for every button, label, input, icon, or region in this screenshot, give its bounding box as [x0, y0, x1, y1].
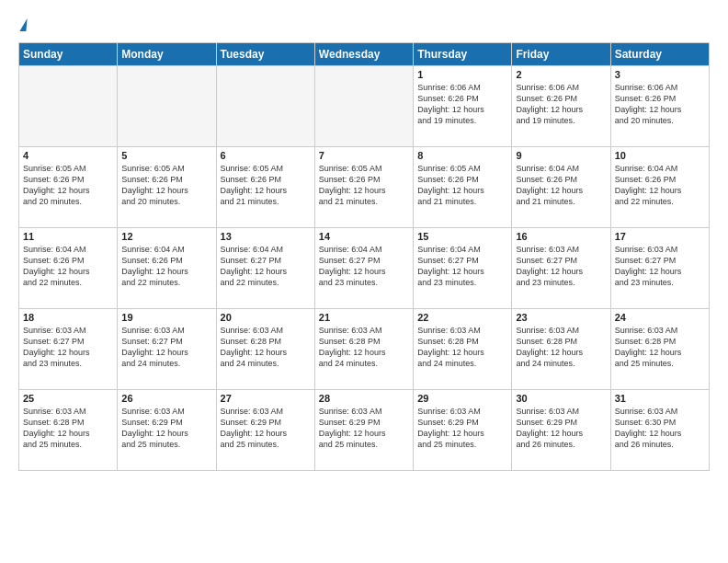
day-number: 28	[319, 393, 409, 404]
calendar-cell: 22Sunrise: 6:03 AM Sunset: 6:28 PM Dayli…	[414, 309, 512, 390]
calendar-header-tuesday: Tuesday	[216, 43, 314, 66]
day-info: Sunrise: 6:03 AM Sunset: 6:27 PM Dayligh…	[615, 244, 705, 289]
day-info: Sunrise: 6:04 AM Sunset: 6:26 PM Dayligh…	[516, 163, 606, 208]
day-info: Sunrise: 6:03 AM Sunset: 6:27 PM Dayligh…	[516, 244, 606, 289]
calendar-week-row: 18Sunrise: 6:03 AM Sunset: 6:27 PM Dayli…	[19, 309, 710, 390]
day-info: Sunrise: 6:04 AM Sunset: 6:26 PM Dayligh…	[121, 244, 211, 289]
calendar-week-row: 1Sunrise: 6:06 AM Sunset: 6:26 PM Daylig…	[19, 66, 710, 147]
calendar-cell: 29Sunrise: 6:03 AM Sunset: 6:29 PM Dayli…	[414, 390, 512, 471]
day-info: Sunrise: 6:03 AM Sunset: 6:29 PM Dayligh…	[221, 406, 311, 451]
day-info: Sunrise: 6:03 AM Sunset: 6:29 PM Dayligh…	[319, 406, 409, 451]
day-info: Sunrise: 6:05 AM Sunset: 6:26 PM Dayligh…	[319, 163, 409, 208]
logo-text	[18, 18, 27, 31]
day-number: 8	[417, 150, 507, 161]
calendar-cell: 20Sunrise: 6:03 AM Sunset: 6:28 PM Dayli…	[216, 309, 314, 390]
day-number: 5	[121, 150, 211, 161]
calendar-cell: 7Sunrise: 6:05 AM Sunset: 6:26 PM Daylig…	[314, 147, 413, 228]
calendar-cell	[314, 66, 413, 147]
day-number: 14	[319, 231, 409, 242]
calendar-cell: 15Sunrise: 6:04 AM Sunset: 6:27 PM Dayli…	[414, 228, 512, 309]
day-info: Sunrise: 6:03 AM Sunset: 6:28 PM Dayligh…	[516, 325, 606, 370]
calendar-header-wednesday: Wednesday	[314, 43, 413, 66]
calendar-cell: 14Sunrise: 6:04 AM Sunset: 6:27 PM Dayli…	[314, 228, 413, 309]
day-number: 16	[516, 231, 606, 242]
day-number: 18	[23, 312, 113, 323]
day-number: 19	[121, 312, 211, 323]
calendar-cell: 11Sunrise: 6:04 AM Sunset: 6:26 PM Dayli…	[19, 228, 118, 309]
day-info: Sunrise: 6:03 AM Sunset: 6:29 PM Dayligh…	[121, 406, 211, 451]
day-number: 4	[23, 150, 113, 161]
day-info: Sunrise: 6:03 AM Sunset: 6:28 PM Dayligh…	[319, 325, 409, 370]
day-info: Sunrise: 6:03 AM Sunset: 6:28 PM Dayligh…	[417, 325, 507, 370]
calendar-cell: 31Sunrise: 6:03 AM Sunset: 6:30 PM Dayli…	[610, 390, 709, 471]
day-number: 1	[417, 69, 507, 80]
day-info: Sunrise: 6:04 AM Sunset: 6:27 PM Dayligh…	[319, 244, 409, 289]
day-info: Sunrise: 6:04 AM Sunset: 6:26 PM Dayligh…	[23, 244, 113, 289]
day-number: 23	[516, 312, 606, 323]
day-info: Sunrise: 6:03 AM Sunset: 6:27 PM Dayligh…	[121, 325, 211, 370]
day-info: Sunrise: 6:05 AM Sunset: 6:26 PM Dayligh…	[121, 163, 211, 208]
calendar-cell: 27Sunrise: 6:03 AM Sunset: 6:29 PM Dayli…	[216, 390, 314, 471]
day-number: 2	[516, 69, 606, 80]
day-number: 9	[516, 150, 606, 161]
calendar-header-thursday: Thursday	[414, 43, 512, 66]
calendar-header-row: SundayMondayTuesdayWednesdayThursdayFrid…	[19, 43, 710, 66]
day-number: 25	[23, 393, 113, 404]
calendar-cell: 6Sunrise: 6:05 AM Sunset: 6:26 PM Daylig…	[216, 147, 314, 228]
day-info: Sunrise: 6:03 AM Sunset: 6:29 PM Dayligh…	[516, 406, 606, 451]
day-number: 30	[516, 393, 606, 404]
calendar-cell: 21Sunrise: 6:03 AM Sunset: 6:28 PM Dayli…	[314, 309, 413, 390]
day-info: Sunrise: 6:04 AM Sunset: 6:27 PM Dayligh…	[417, 244, 507, 289]
calendar-cell: 9Sunrise: 6:04 AM Sunset: 6:26 PM Daylig…	[512, 147, 610, 228]
header	[18, 18, 710, 31]
day-info: Sunrise: 6:03 AM Sunset: 6:28 PM Dayligh…	[221, 325, 311, 370]
calendar-cell: 25Sunrise: 6:03 AM Sunset: 6:28 PM Dayli…	[19, 390, 118, 471]
calendar-cell: 8Sunrise: 6:05 AM Sunset: 6:26 PM Daylig…	[414, 147, 512, 228]
calendar-cell: 16Sunrise: 6:03 AM Sunset: 6:27 PM Dayli…	[512, 228, 610, 309]
calendar-table: SundayMondayTuesdayWednesdayThursdayFrid…	[18, 42, 710, 471]
day-number: 12	[121, 231, 211, 242]
day-info: Sunrise: 6:06 AM Sunset: 6:26 PM Dayligh…	[516, 82, 606, 127]
calendar-cell: 17Sunrise: 6:03 AM Sunset: 6:27 PM Dayli…	[610, 228, 709, 309]
calendar-cell: 5Sunrise: 6:05 AM Sunset: 6:26 PM Daylig…	[118, 147, 216, 228]
day-number: 15	[417, 231, 507, 242]
day-number: 6	[221, 150, 311, 161]
calendar-cell: 24Sunrise: 6:03 AM Sunset: 6:28 PM Dayli…	[610, 309, 709, 390]
day-info: Sunrise: 6:03 AM Sunset: 6:28 PM Dayligh…	[23, 406, 113, 451]
day-number: 27	[221, 393, 311, 404]
day-number: 17	[615, 231, 705, 242]
calendar-cell: 1Sunrise: 6:06 AM Sunset: 6:26 PM Daylig…	[414, 66, 512, 147]
day-info: Sunrise: 6:03 AM Sunset: 6:29 PM Dayligh…	[417, 406, 507, 451]
day-number: 26	[121, 393, 211, 404]
calendar-header-monday: Monday	[118, 43, 216, 66]
calendar-header-sunday: Sunday	[19, 43, 118, 66]
calendar-header-saturday: Saturday	[610, 43, 709, 66]
calendar-cell	[216, 66, 314, 147]
day-info: Sunrise: 6:05 AM Sunset: 6:26 PM Dayligh…	[417, 163, 507, 208]
calendar-week-row: 4Sunrise: 6:05 AM Sunset: 6:26 PM Daylig…	[19, 147, 710, 228]
calendar-cell: 3Sunrise: 6:06 AM Sunset: 6:26 PM Daylig…	[610, 66, 709, 147]
day-info: Sunrise: 6:04 AM Sunset: 6:26 PM Dayligh…	[615, 163, 705, 208]
day-number: 10	[615, 150, 705, 161]
day-number: 20	[221, 312, 311, 323]
calendar-week-row: 11Sunrise: 6:04 AM Sunset: 6:26 PM Dayli…	[19, 228, 710, 309]
day-info: Sunrise: 6:05 AM Sunset: 6:26 PM Dayligh…	[221, 163, 311, 208]
day-number: 29	[417, 393, 507, 404]
logo	[18, 18, 27, 31]
calendar-week-row: 25Sunrise: 6:03 AM Sunset: 6:28 PM Dayli…	[19, 390, 710, 471]
calendar-cell: 2Sunrise: 6:06 AM Sunset: 6:26 PM Daylig…	[512, 66, 610, 147]
day-number: 24	[615, 312, 705, 323]
day-number: 31	[615, 393, 705, 404]
day-info: Sunrise: 6:05 AM Sunset: 6:26 PM Dayligh…	[23, 163, 113, 208]
day-number: 7	[319, 150, 409, 161]
day-info: Sunrise: 6:06 AM Sunset: 6:26 PM Dayligh…	[417, 82, 507, 127]
day-info: Sunrise: 6:03 AM Sunset: 6:28 PM Dayligh…	[615, 325, 705, 370]
day-number: 21	[319, 312, 409, 323]
page: SundayMondayTuesdayWednesdayThursdayFrid…	[0, 0, 728, 480]
day-info: Sunrise: 6:03 AM Sunset: 6:27 PM Dayligh…	[23, 325, 113, 370]
calendar-cell: 19Sunrise: 6:03 AM Sunset: 6:27 PM Dayli…	[118, 309, 216, 390]
logo-icon	[19, 18, 27, 31]
calendar-cell	[19, 66, 118, 147]
calendar-cell: 18Sunrise: 6:03 AM Sunset: 6:27 PM Dayli…	[19, 309, 118, 390]
day-info: Sunrise: 6:04 AM Sunset: 6:27 PM Dayligh…	[221, 244, 311, 289]
